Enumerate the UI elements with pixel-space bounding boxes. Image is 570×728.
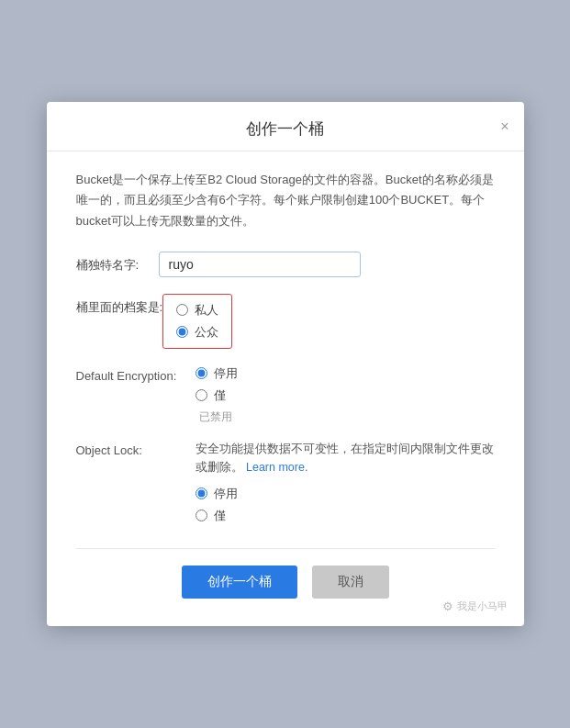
object-lock-only-label: 僅 [214,508,226,524]
bucket-name-control [159,252,495,277]
object-lock-content: 安全功能提供数据不可变性，在指定时间内限制文件更改或删除。 Learn more… [196,440,495,530]
create-button[interactable]: 创作一个桶 [182,566,297,599]
radio-private-label: 私人 [195,302,218,319]
encryption-disable-label: 停用 [214,365,238,382]
learn-more-link[interactable]: Learn more. [246,461,307,474]
modal-overlay: 创作一个桶 × Bucket是一个保存上传至B2 Cloud Storage的文… [0,0,570,728]
bucket-name-row: 桶独特名字: [76,252,495,277]
object-lock-disable-input[interactable] [196,487,207,499]
radio-public-input[interactable] [176,326,188,338]
encryption-only-label: 僅 [214,387,226,404]
modal-body: Bucket是一个保存上传至B2 Cloud Storage的文件的容器。Buc… [47,151,524,598]
files-control: 私人 公众 [162,294,494,349]
encryption-disable[interactable]: 停用 [196,365,495,382]
encryption-label: Default Encryption: [76,365,196,383]
create-bucket-modal: 创作一个桶 × Bucket是一个保存上传至B2 Cloud Storage的文… [47,102,524,625]
encryption-disabled-note: 已禁用 [199,409,495,425]
modal-footer: 创作一个桶 取消 [76,566,495,599]
files-radio-group: 私人 公众 [162,294,232,349]
encryption-disable-input[interactable] [196,367,207,379]
object-lock-label: Object Lock: [76,440,196,457]
object-lock-disable[interactable]: 停用 [196,486,495,502]
object-lock-only-input[interactable] [196,510,207,521]
bucket-name-label: 桶独特名字: [76,252,159,274]
encryption-row: Default Encryption: 停用 僅 已禁用 [76,365,495,425]
watermark-icon: ⚙ [442,599,453,613]
radio-public-label: 公众 [195,324,218,341]
object-lock-disable-label: 停用 [214,486,238,502]
cancel-button[interactable]: 取消 [312,566,389,599]
files-visibility-row: 桶里面的档案是: 私人 公众 [76,294,495,349]
modal-header: 创作一个桶 × [47,102,524,151]
radio-private-input[interactable] [176,304,188,316]
close-button[interactable]: × [500,119,509,134]
radio-public[interactable]: 公众 [176,324,218,341]
encryption-content: 停用 僅 已禁用 [196,365,495,425]
object-lock-desc: 安全功能提供数据不可变性，在指定时间内限制文件更改或删除。 Learn more… [196,440,495,476]
watermark-text: 我是小马甲 [457,599,508,613]
object-lock-row: Object Lock: 安全功能提供数据不可变性，在指定时间内限制文件更改或删… [76,440,495,530]
object-lock-only[interactable]: 僅 [196,508,495,524]
encryption-only[interactable]: 僅 [196,387,495,404]
watermark: ⚙ 我是小马甲 [442,599,508,613]
bucket-name-input[interactable] [159,252,361,277]
encryption-only-input[interactable] [196,389,207,401]
divider [76,548,495,549]
description-text: Bucket是一个保存上传至B2 Cloud Storage的文件的容器。Buc… [76,170,495,230]
files-label: 桶里面的档案是: [76,294,163,316]
radio-private[interactable]: 私人 [176,302,218,319]
modal-title: 创作一个桶 [246,118,324,140]
